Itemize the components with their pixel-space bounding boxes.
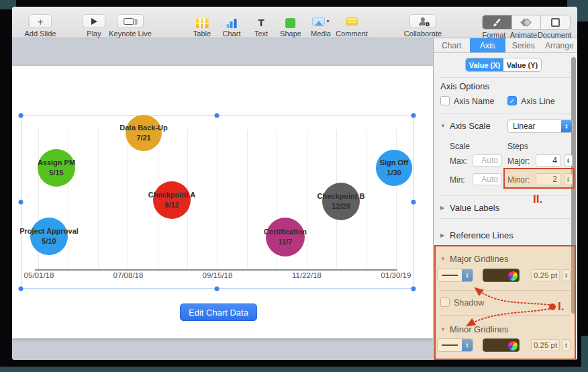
scale-max-field[interactable]: Auto: [473, 154, 502, 167]
steps-major-field[interactable]: 4: [536, 154, 561, 167]
keynote-live-button[interactable]: )) Keynote Live: [109, 14, 152, 38]
selection-handle[interactable]: [411, 200, 416, 205]
slide-canvas: 05/01/18 07/08/18 09/15/18 11/22/18 01/3…: [12, 38, 433, 360]
reference-lines-heading: Reference Lines: [450, 230, 513, 240]
disclosure-triangle-collapsed[interactable]: ▶: [440, 232, 444, 238]
dropdown-stepper-icon: ▲▼: [462, 269, 473, 281]
keynote-window: ＋ Add Slide Play )) Keynote Live Table C…: [12, 7, 577, 360]
plus-icon: ＋: [36, 16, 46, 26]
divider: [440, 195, 571, 196]
chart-icon: [227, 18, 237, 28]
tab-series[interactable]: Series: [505, 38, 542, 52]
play-label: Play: [87, 30, 101, 38]
selection-handle[interactable]: [411, 113, 416, 118]
axis-line-label: Axis Line: [521, 97, 555, 106]
text-icon: T: [258, 17, 264, 28]
axis-options-heading: Axis Options: [440, 81, 489, 91]
line-style-sample: [438, 275, 462, 276]
value-y-segment[interactable]: Value (Y): [503, 58, 541, 71]
play-button[interactable]: Play: [83, 14, 105, 38]
major-gridline-width-stepper[interactable]: ▲▼: [562, 269, 571, 281]
divider: [440, 77, 571, 78]
major-gridline-style-dropdown[interactable]: ▲▼: [437, 269, 473, 282]
collaborate-icon: [418, 17, 428, 26]
major-label: Major:: [507, 156, 530, 166]
minor-gridline-width-field[interactable]: 0.25 pt: [531, 339, 560, 351]
background-accent: [0, 367, 588, 372]
shape-label: Shape: [280, 30, 301, 38]
disclosure-triangle-collapsed[interactable]: ▶: [440, 205, 444, 211]
minor-gridline-width-stepper[interactable]: ▲▼: [562, 339, 571, 351]
divider: [440, 290, 571, 291]
background-accent: [581, 336, 588, 367]
line-style-sample: [438, 344, 462, 346]
selection-handle[interactable]: [215, 113, 219, 118]
value-x-segment[interactable]: Value (X): [466, 58, 503, 71]
divider: [440, 113, 571, 114]
disclosure-triangle-expanded[interactable]: ▼: [440, 256, 446, 262]
color-wheel-icon: [508, 271, 518, 281]
tab-axis[interactable]: Axis: [470, 38, 506, 52]
selection-handle[interactable]: [411, 287, 416, 291]
major-gridlines-heading: Major Gridlines: [450, 254, 508, 264]
sidebar-scrollbar[interactable]: [571, 57, 576, 314]
table-button[interactable]: Table: [193, 14, 211, 38]
axis-name-label: Axis Name: [454, 97, 494, 106]
shape-button[interactable]: Shape: [280, 14, 301, 38]
axis-scale-dropdown[interactable]: Linear ▲▼: [507, 120, 573, 133]
tab-chart[interactable]: Chart: [434, 38, 470, 52]
max-label: Max:: [450, 156, 467, 166]
keynote-live-label: Keynote Live: [109, 30, 152, 38]
minor-gridlines-heading: Minor Gridlines: [450, 324, 508, 334]
selection-handle[interactable]: [19, 200, 23, 205]
selection-handle[interactable]: [215, 287, 219, 291]
add-slide-button[interactable]: ＋ Add Slide: [24, 14, 56, 38]
annotation-label-i: I.: [558, 300, 564, 314]
steps-minor-field[interactable]: 2: [536, 173, 561, 185]
minor-gridline-style-dropdown[interactable]: ▲▼: [437, 338, 473, 352]
minor-gridline-color-well[interactable]: [483, 338, 520, 352]
shadow-checkbox[interactable]: [440, 297, 450, 307]
steps-subheading: Steps: [507, 142, 528, 151]
animate-icon: [521, 18, 532, 27]
media-icon: [312, 17, 325, 26]
major-gridline-color-well[interactable]: [483, 269, 520, 282]
disclosure-triangle-expanded[interactable]: ▼: [440, 123, 446, 129]
collaborate-label: Collaborate: [404, 30, 442, 38]
major-gridline-width-field[interactable]: 0.25 pt: [531, 269, 560, 281]
axis-name-checkbox[interactable]: [440, 96, 450, 105]
selection-handle[interactable]: [19, 113, 23, 118]
color-wheel-icon: [508, 341, 518, 351]
min-label: Min:: [450, 175, 465, 185]
text-button[interactable]: T Text: [254, 14, 268, 38]
table-icon: [195, 18, 208, 28]
shape-icon: [286, 18, 296, 28]
minor-stepper[interactable]: ▲▼: [564, 173, 573, 185]
media-button[interactable]: ▾ Media: [311, 14, 331, 38]
comment-button[interactable]: Comment: [336, 14, 368, 38]
text-label: Text: [254, 30, 268, 38]
dropdown-stepper-icon: ▲▼: [462, 339, 473, 351]
scale-subheading: Scale: [450, 142, 470, 151]
major-stepper[interactable]: ▲▼: [564, 154, 573, 167]
disclosure-triangle-expanded[interactable]: ▼: [440, 326, 446, 332]
table-label: Table: [193, 30, 211, 38]
document-button[interactable]: [541, 15, 570, 29]
divider: [440, 315, 571, 316]
chart-button[interactable]: Chart: [223, 14, 241, 38]
edit-chart-data-button[interactable]: Edit Chart Data: [180, 304, 257, 321]
comment-label: Comment: [336, 30, 368, 38]
animate-button[interactable]: [512, 15, 542, 29]
axis-line-checkbox[interactable]: ✓: [507, 96, 517, 105]
play-icon: [91, 18, 97, 25]
format-button[interactable]: [483, 15, 512, 29]
keynote-live-icon: [124, 18, 134, 25]
slide[interactable]: 05/01/18 07/08/18 09/15/18 11/22/18 01/3…: [12, 66, 433, 338]
shadow-label: Shadow: [454, 298, 484, 308]
selection-handle[interactable]: [19, 287, 23, 291]
scale-min-field[interactable]: Auto: [473, 173, 502, 185]
chevron-down-icon: ▾: [326, 18, 329, 24]
collaborate-button[interactable]: Collaborate: [404, 14, 442, 38]
divider: [440, 218, 571, 219]
tab-arrange[interactable]: Arrange: [542, 38, 578, 52]
